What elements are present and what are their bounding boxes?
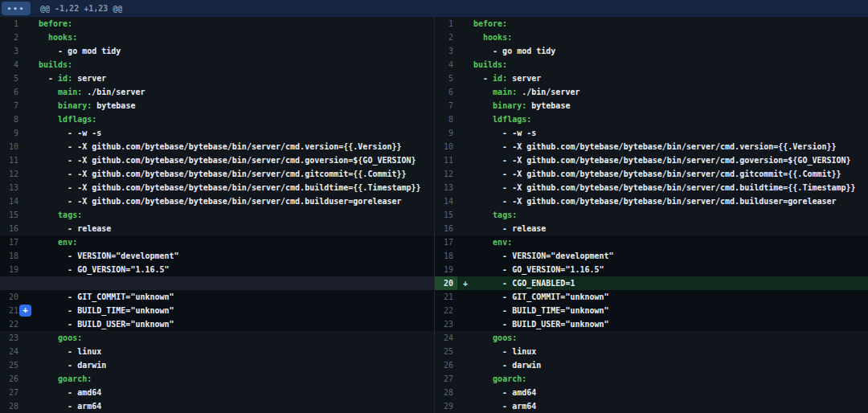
line-number[interactable]: 14 xyxy=(0,194,23,208)
line-number[interactable]: 13 xyxy=(435,181,457,194)
code-line: - -X github.com/bytebase/bytebase/bin/se… xyxy=(39,167,434,181)
code-line: env: xyxy=(473,235,868,249)
add-comment-button[interactable]: + xyxy=(19,305,31,317)
line-number[interactable]: 23 xyxy=(0,331,23,345)
line-number[interactable]: 3 xyxy=(435,44,457,58)
diff-row: 12 - -X github.com/bytebase/bytebase/bin… xyxy=(0,167,434,181)
diff-marker xyxy=(457,331,473,345)
diff-row: 2 hooks: xyxy=(0,31,434,44)
diff-marker xyxy=(23,249,39,263)
diff-marker xyxy=(457,44,473,58)
line-number[interactable]: 26 xyxy=(0,372,23,386)
line-number[interactable]: 8 xyxy=(0,112,23,126)
line-number[interactable]: 16 xyxy=(435,222,457,235)
line-number[interactable]: 19 xyxy=(0,263,23,276)
diff-row: 10 - -X github.com/bytebase/bytebase/bin… xyxy=(0,140,434,153)
line-number[interactable]: 28 xyxy=(435,386,457,399)
code-line: - VERSION="development" xyxy=(473,249,868,263)
code-line: - release xyxy=(39,222,434,235)
diff-row: 17 env: xyxy=(435,235,868,249)
diff-row: 3 - go mod tidy xyxy=(0,44,434,58)
line-number[interactable]: 25 xyxy=(0,358,23,372)
line-number[interactable]: 22 xyxy=(435,304,457,317)
line-number[interactable]: 2 xyxy=(435,31,457,44)
line-number[interactable]: 11 xyxy=(0,153,23,167)
line-number[interactable]: 28 xyxy=(0,399,23,413)
diff-marker xyxy=(23,181,39,194)
line-number[interactable]: 15 xyxy=(435,208,457,222)
diff-marker xyxy=(23,126,39,140)
line-number[interactable]: 5 xyxy=(0,72,23,85)
diff-row: 25 - linux xyxy=(435,345,868,358)
diff-marker xyxy=(457,181,473,194)
code-line: builds: xyxy=(39,58,434,72)
code-line: binary: bytebase xyxy=(39,99,434,112)
line-number[interactable]: 26 xyxy=(435,358,457,372)
diff-row: 13 - -X github.com/bytebase/bytebase/bin… xyxy=(435,181,868,194)
line-number[interactable]: 19 xyxy=(435,263,457,276)
line-number[interactable]: 25 xyxy=(435,345,457,358)
line-number[interactable]: 24 xyxy=(0,345,23,358)
diff-marker xyxy=(457,140,473,153)
diff-row: 5 - id: server xyxy=(0,72,434,85)
diff-marker xyxy=(23,72,39,85)
line-number[interactable]: 2 xyxy=(0,31,23,44)
diff-row: 1before: xyxy=(435,17,868,31)
line-number[interactable]: 22 xyxy=(0,317,23,331)
diff-row: 1before: xyxy=(0,17,434,31)
line-number[interactable]: 6 xyxy=(0,85,23,99)
line-number[interactable]: 12 xyxy=(435,167,457,181)
line-number[interactable]: 6 xyxy=(435,85,457,99)
line-number[interactable]: 27 xyxy=(435,372,457,386)
line-number[interactable]: 1 xyxy=(435,17,457,31)
diff-marker xyxy=(457,167,473,181)
line-number[interactable]: 20 xyxy=(0,290,23,304)
diff-row: 11 - -X github.com/bytebase/bytebase/bin… xyxy=(435,153,868,167)
line-number[interactable]: 21 xyxy=(435,290,457,304)
diff-row: 29 - arm64 xyxy=(435,399,868,413)
code-line: - arm64 xyxy=(473,399,868,413)
diff-row: 3 - go mod tidy xyxy=(435,44,868,58)
line-number[interactable]: 3 xyxy=(0,44,23,58)
line-number[interactable]: 10 xyxy=(0,140,23,153)
diff-row: 5 - id: server xyxy=(435,72,868,85)
code-line: - CGO_ENABLED=1 xyxy=(473,276,868,290)
line-number[interactable]: 1 xyxy=(0,17,23,31)
line-number[interactable]: 7 xyxy=(435,99,457,112)
expand-hunk-button[interactable]: ••• xyxy=(2,2,31,15)
code-line: before: xyxy=(39,17,434,31)
line-number[interactable]: 12 xyxy=(0,167,23,181)
line-number[interactable]: 17 xyxy=(435,235,457,249)
code-line: - -X github.com/bytebase/bytebase/bin/se… xyxy=(473,194,868,208)
line-number[interactable]: 14 xyxy=(435,194,457,208)
line-number[interactable]: 18 xyxy=(0,249,23,263)
line-number[interactable]: 15 xyxy=(0,208,23,222)
line-number[interactable]: 16 xyxy=(0,222,23,235)
line-number[interactable]: 5 xyxy=(435,72,457,85)
line-number[interactable]: 7 xyxy=(0,99,23,112)
line-number[interactable]: 9 xyxy=(0,126,23,140)
line-number[interactable]: 9 xyxy=(435,126,457,140)
line-number[interactable]: 13 xyxy=(0,181,23,194)
code-line: - amd64 xyxy=(473,386,868,399)
diff-row: 16 - release xyxy=(0,222,434,235)
diff-row: 12 - -X github.com/bytebase/bytebase/bin… xyxy=(435,167,868,181)
line-number[interactable]: 23 xyxy=(435,317,457,331)
line-number[interactable]: 18 xyxy=(435,249,457,263)
diff-marker xyxy=(457,345,473,358)
code-line: ldflags: xyxy=(39,112,434,126)
line-number[interactable]: 4 xyxy=(0,58,23,72)
line-number[interactable]: 11 xyxy=(435,153,457,167)
diff-row: 6 main: ./bin/server xyxy=(0,85,434,99)
line-number[interactable]: 10 xyxy=(435,140,457,153)
code-line xyxy=(39,276,434,290)
line-number[interactable]: 17 xyxy=(0,235,23,249)
line-number[interactable]: 29 xyxy=(435,399,457,413)
diff-marker xyxy=(23,194,39,208)
line-number[interactable]: 8 xyxy=(435,112,457,126)
line-number[interactable]: 4 xyxy=(435,58,457,72)
line-number[interactable]: 24 xyxy=(435,331,457,345)
line-number[interactable]: 27 xyxy=(0,386,23,399)
diff-row: 8 ldflags: xyxy=(435,112,868,126)
line-number[interactable]: 20 xyxy=(435,276,457,290)
